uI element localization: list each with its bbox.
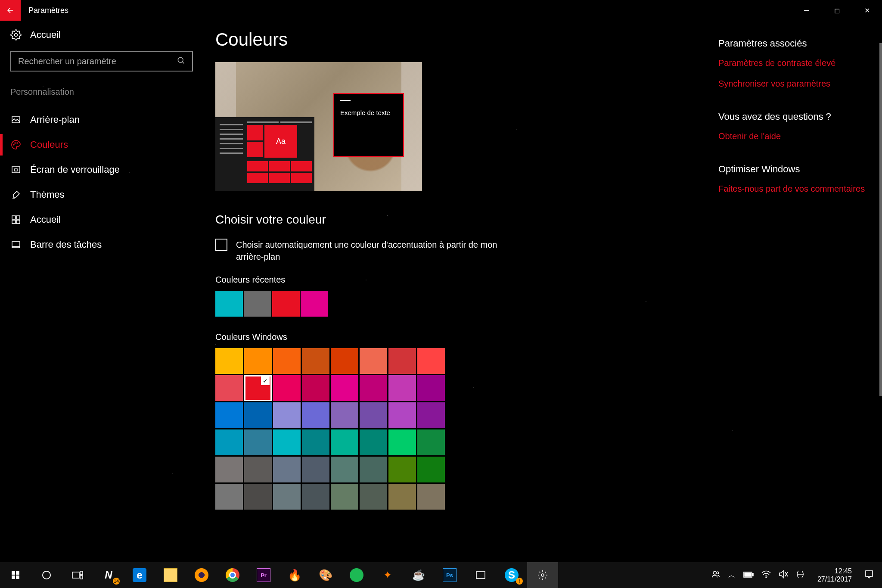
feedback-link[interactable]: Faites-nous part de vos commentaires xyxy=(718,183,873,195)
task-view-button[interactable] xyxy=(62,562,93,588)
windows-color-swatch[interactable] xyxy=(331,348,358,374)
sidebar-home[interactable]: Accueil xyxy=(10,29,188,40)
taskbar-app-explorer[interactable] xyxy=(155,562,186,588)
windows-color-swatch[interactable] xyxy=(360,457,387,482)
taskbar-app-edge[interactable]: e xyxy=(124,562,155,588)
auto-color-checkbox[interactable] xyxy=(215,239,227,251)
tray-notifications-icon[interactable] xyxy=(865,570,873,581)
windows-color-swatch[interactable] xyxy=(244,375,272,401)
maximize-button[interactable]: ◻ xyxy=(822,0,852,21)
windows-color-swatch[interactable] xyxy=(273,429,301,455)
taskbar-app-skype[interactable]: S! xyxy=(496,562,527,588)
recent-color-swatch[interactable] xyxy=(244,291,271,317)
high-contrast-link[interactable]: Paramètres de contraste élevé xyxy=(718,57,873,69)
windows-color-swatch[interactable] xyxy=(302,484,329,510)
get-help-link[interactable]: Obtenir de l'aide xyxy=(718,130,873,142)
tray-clock[interactable]: 12:45 27/11/2017 xyxy=(812,567,857,583)
windows-color-swatch[interactable] xyxy=(302,457,329,482)
windows-color-swatch[interactable] xyxy=(388,348,416,374)
tray-language-icon[interactable] xyxy=(796,570,804,581)
windows-color-swatch[interactable] xyxy=(360,429,387,455)
windows-color-swatch[interactable] xyxy=(215,402,243,428)
tray-volume-icon[interactable] xyxy=(779,570,788,581)
windows-color-swatch[interactable] xyxy=(331,429,358,455)
sync-settings-link[interactable]: Synchroniser vos paramètres xyxy=(718,78,873,90)
windows-color-swatch[interactable] xyxy=(273,457,301,482)
sidebar-item-themes[interactable]: Thèmes xyxy=(10,182,188,207)
windows-color-swatch[interactable] xyxy=(273,484,301,510)
cortana-button[interactable] xyxy=(31,562,62,588)
windows-color-swatch[interactable] xyxy=(388,375,416,401)
windows-color-swatch[interactable] xyxy=(417,484,445,510)
tray-people-icon[interactable] xyxy=(711,570,720,581)
taskbar-app-chrome[interactable] xyxy=(217,562,248,588)
sidebar-item-taskbar[interactable]: Barre des tâches xyxy=(10,232,188,257)
tray-battery-icon[interactable] xyxy=(743,571,754,580)
windows-colors-label: Couleurs Windows xyxy=(215,332,693,342)
taskbar-app-firefox[interactable] xyxy=(186,562,217,588)
start-button[interactable] xyxy=(0,562,31,588)
windows-color-swatch[interactable] xyxy=(331,484,358,510)
windows-color-swatch[interactable] xyxy=(273,375,301,401)
windows-color-swatch[interactable] xyxy=(302,402,329,428)
taskbar-app-spotify[interactable] xyxy=(341,562,372,588)
search-input[interactable] xyxy=(18,56,177,66)
taskbar-app-misc3[interactable] xyxy=(465,562,496,588)
tray-wifi-icon[interactable] xyxy=(761,570,771,580)
minimize-button[interactable]: ─ xyxy=(792,0,822,21)
windows-color-swatch[interactable] xyxy=(244,348,272,374)
windows-color-swatch[interactable] xyxy=(417,375,445,401)
taskbar-app-premiere[interactable]: Pr xyxy=(248,562,279,588)
windows-color-swatch[interactable] xyxy=(360,375,387,401)
windows-color-swatch[interactable] xyxy=(388,457,416,482)
taskbar-app-settings[interactable] xyxy=(527,562,558,588)
windows-color-swatch[interactable] xyxy=(215,484,243,510)
sidebar-item-lockscreen[interactable]: Écran de verrouillage xyxy=(10,157,188,182)
windows-color-swatch[interactable] xyxy=(331,375,358,401)
recent-color-swatch[interactable] xyxy=(301,291,328,317)
windows-color-swatch[interactable] xyxy=(215,348,243,374)
search-box[interactable] xyxy=(10,51,193,72)
sidebar-item-colors[interactable]: Couleurs xyxy=(10,132,188,157)
windows-color-swatch[interactable] xyxy=(244,484,272,510)
windows-color-swatch[interactable] xyxy=(215,375,243,401)
windows-color-swatch[interactable] xyxy=(302,348,329,374)
sidebar-item-start[interactable]: Accueil xyxy=(10,207,188,232)
windows-color-swatch[interactable] xyxy=(331,402,358,428)
windows-color-swatch[interactable] xyxy=(388,484,416,510)
recent-color-swatch[interactable] xyxy=(215,291,243,317)
windows-color-swatch[interactable] xyxy=(273,348,301,374)
taskbar: N14 e Pr 🔥 🎨 ✦ ☕ Ps S! ︿ 12:45 27/11/201… xyxy=(0,562,882,588)
windows-color-swatch[interactable] xyxy=(360,484,387,510)
close-button[interactable]: ✕ xyxy=(852,0,882,21)
windows-color-swatch[interactable] xyxy=(244,457,272,482)
taskbar-app-misc1[interactable]: ✦ xyxy=(372,562,403,588)
back-button[interactable] xyxy=(0,0,21,21)
windows-color-swatch[interactable] xyxy=(417,348,445,374)
windows-color-swatch[interactable] xyxy=(215,429,243,455)
sidebar-item-background[interactable]: Arrière-plan xyxy=(10,107,188,132)
taskbar-app-n[interactable]: N14 xyxy=(93,562,124,588)
windows-color-swatch[interactable] xyxy=(388,429,416,455)
windows-color-swatch[interactable] xyxy=(244,429,272,455)
windows-color-swatch[interactable] xyxy=(417,457,445,482)
windows-color-swatch[interactable] xyxy=(302,429,329,455)
titlebar: Paramètres ─ ◻ ✕ xyxy=(0,0,882,21)
recent-color-swatch[interactable] xyxy=(272,291,300,317)
windows-color-swatch[interactable] xyxy=(244,402,272,428)
taskbar-app-paint[interactable]: 🎨 xyxy=(310,562,341,588)
windows-color-swatch[interactable] xyxy=(273,402,301,428)
windows-color-swatch[interactable] xyxy=(388,402,416,428)
windows-color-swatch[interactable] xyxy=(215,457,243,482)
windows-color-swatch[interactable] xyxy=(302,375,329,401)
taskbar-app-fire[interactable]: 🔥 xyxy=(279,562,310,588)
windows-color-swatch[interactable] xyxy=(360,348,387,374)
taskbar-app-misc2[interactable]: ☕ xyxy=(403,562,434,588)
windows-color-swatch[interactable] xyxy=(360,402,387,428)
taskbar-app-photoshop[interactable]: Ps xyxy=(434,562,465,588)
windows-color-swatch[interactable] xyxy=(417,429,445,455)
windows-color-swatch[interactable] xyxy=(331,457,358,482)
tray-chevron-up-icon[interactable]: ︿ xyxy=(728,570,736,580)
scrollbar[interactable] xyxy=(879,43,882,396)
windows-color-swatch[interactable] xyxy=(417,402,445,428)
